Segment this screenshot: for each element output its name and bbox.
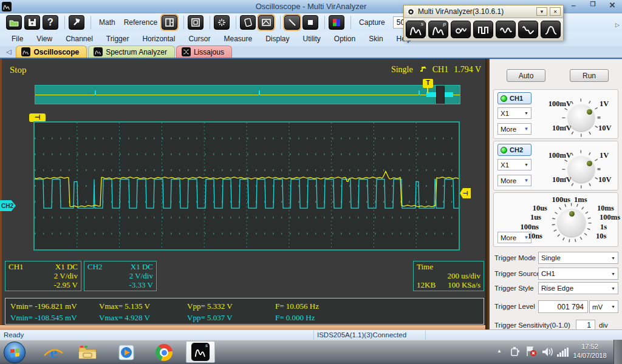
trigger-level-text: 1.794 V [454,65,481,75]
trigger-style-select[interactable]: Rise Edge ▼ [538,282,618,294]
tab-scroll-left-button[interactable]: ◁ [0,48,16,58]
overview-marker [95,90,96,95]
menu-item-channel[interactable]: Channel [59,32,100,46]
tab-lissajous[interactable]: Lissajous [176,46,232,58]
waveform-overview-strip[interactable]: T [35,85,460,104]
overview-position-slider[interactable] [436,86,445,104]
ch2-freq: F= 0.000 Hz [275,312,484,323]
toolbar-overflow-chevron[interactable]: ▷ [615,22,620,28]
device-info-button[interactable] [240,15,256,30]
menu-item-view[interactable]: View [30,32,59,46]
chevron-down-icon: ▼ [609,305,618,309]
fullscreen-button[interactable] [188,15,203,30]
app-taskbar-button[interactable]: s [186,341,215,363]
signal-generator-tool-button[interactable] [451,21,471,38]
ch2-enable-button[interactable]: CH2 [497,144,531,156]
sweep-generator-tool-button[interactable] [518,21,538,38]
color-settings-button[interactable] [329,15,344,30]
chrome-icon[interactable] [154,343,174,362]
tab-spectrum-analyzer[interactable]: Spectrum Analyzer [88,46,175,58]
chevron-down-icon: ▼ [522,163,531,167]
menu-item-skin[interactable]: Skin [362,32,389,46]
open-file-button[interactable] [6,15,22,30]
floating-close-button[interactable]: ✕ [550,7,561,16]
trigger-mode-text: Single [391,65,413,75]
floating-tool-window[interactable]: Multi VirAnalyzer(3.10.6.1) ▼ ✕ s p [403,5,564,40]
menu-item-option[interactable]: Option [327,32,362,46]
trigger-level-marker[interactable]: ⊣ [460,188,471,198]
ch1-probe-select[interactable]: X1 ▼ [497,107,531,119]
waveform-plot[interactable] [33,121,460,251]
ch2-level-marker[interactable]: CH2 [0,200,16,211]
timebase-controls-group: More ▼ 100us 1ms 10us 10ms 1us 100ms 100… [493,192,618,247]
logic-analyzer-tool-button[interactable] [473,21,493,38]
ch2-probe-select[interactable]: X1 ▼ [497,159,531,170]
trigger-level-input[interactable]: 001 794 [538,300,588,313]
horizontal-position-marker[interactable]: ⊣ [29,113,46,122]
help-button[interactable]: ? [43,15,58,30]
internet-explorer-icon[interactable]: e [44,343,63,362]
time-div-knob[interactable]: 100us 1ms 10us 10ms 1us 100ms 100ns 1s 1… [530,197,619,245]
trigger-mode-select[interactable]: Single ▼ [538,252,618,264]
vibrometer-tool-button[interactable] [496,21,516,38]
overview-marker [419,90,420,95]
run-button[interactable]: Run [570,69,609,82]
spectrum-analyzer-tool-button[interactable]: p [428,21,448,38]
tab-oscilloscope[interactable]: Oscilloscope [16,46,87,58]
show-desktop-button[interactable] [613,340,622,364]
floating-menu-button[interactable]: ▼ [536,7,547,16]
reference-button[interactable]: Reference [120,16,162,29]
windows-logo-icon [10,348,20,358]
tools-button[interactable] [69,15,84,30]
trigger-level-unit-select[interactable]: mV ▼ [589,300,618,313]
restore-button[interactable]: ❐ [588,1,598,10]
save-button[interactable] [24,15,40,30]
auto-button[interactable]: Auto [507,69,545,82]
menu-item-display[interactable]: Display [259,32,296,46]
ch1-measurements-row: Vmin= -196.821 mV Vmax= 5.135 V Vpp= 5.3… [10,300,484,312]
menu-item-cursor[interactable]: Cursor [182,32,217,46]
oscilloscope-tool-button[interactable]: s [406,21,426,38]
menu-item-trigger[interactable]: Trigger [100,32,136,46]
action-center-flag-icon[interactable] [525,346,538,357]
close-button[interactable]: ✕ [607,1,617,10]
menu-item-measure[interactable]: Measure [217,32,259,46]
taskbar-clock[interactable]: 17:52 14/07/2018 [566,342,613,360]
knob-indicator-dot [569,211,575,217]
media-player-icon[interactable] [117,343,136,362]
multi-viranalyzer-icon: s [191,343,210,361]
filter-tool-button[interactable] [541,21,561,38]
ch2-vmin: Vmin= -108.545 mV [10,312,99,323]
minimize-button[interactable]: – [569,1,578,10]
stop-display-button[interactable] [302,15,318,30]
menu-item-utility[interactable]: Utility [296,32,327,46]
ch2-volts-div-knob[interactable]: 100mV 1V 10mV 10V [538,149,617,186]
trigger-source-select[interactable]: CH1 ▼ [538,268,618,280]
application-window: Oscilloscope - Multi VirAnalyzer – ❐ ✕ ?… [0,0,622,364]
ch1-volts-div-knob[interactable]: 100mV 1V 10mV 10V [538,97,617,135]
toolbar-separator [236,16,236,29]
menu-item-horizontal[interactable]: Horizontal [135,32,182,46]
windows-explorer-icon[interactable] [78,343,97,362]
trigger-position-flag[interactable]: T [423,79,433,88]
trigger-sensitivity-input[interactable]: 1 [576,320,595,330]
knob-dial[interactable] [568,104,595,131]
tab-bar: ◁ Oscilloscope Spectrum Analyzer Lissajo… [0,46,622,59]
control-panel: Auto Run CH1 X1 ▼ More ▼ 100mV 1V [490,59,622,329]
ch1-more-select[interactable]: More ▼ [497,123,531,135]
ch1-enable-button[interactable]: CH1 [497,92,531,104]
math-button[interactable]: Math [95,16,120,29]
knob-dial[interactable] [568,156,595,183]
line-draw-button[interactable] [284,15,300,30]
center-waveform-button[interactable] [214,15,230,30]
start-button[interactable] [4,342,26,363]
volume-icon[interactable] [542,347,553,357]
safely-remove-hardware-icon[interactable] [510,346,521,357]
trigger-style-label: Trigger Style [494,285,534,292]
floating-window-titlebar[interactable]: Multi VirAnalyzer(3.10.6.1) ▼ ✕ [404,5,563,18]
side-panel-toggle-button[interactable] [162,15,177,30]
tray-expand-icon[interactable]: ▲ [497,348,502,354]
menu-item-file[interactable]: File [5,32,30,46]
display-mode-button[interactable] [258,15,274,30]
ch2-more-select[interactable]: More ▼ [497,175,531,186]
